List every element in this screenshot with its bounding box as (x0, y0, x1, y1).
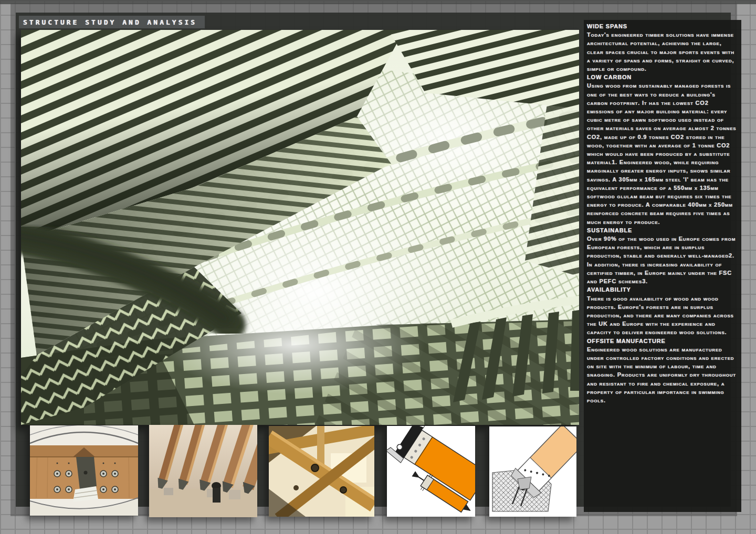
thumbnail-joint-detail-photo (30, 425, 138, 516)
section-heading-offsite-manufacture: OFFSITE MANUFACTURE (587, 337, 737, 345)
section-body-offsite-manufacture: Engineered wood solutions are manufactur… (587, 345, 737, 404)
gridshell-interior-illustration (21, 30, 579, 425)
section-heading-sustainable: SUSTAINABLE (587, 226, 737, 234)
section-body-wide-spans: Today's engineered timber solutions have… (587, 30, 737, 73)
thumbnail-truss-connection-photo (269, 426, 374, 517)
thumbnail-leaning-columns-photo (149, 425, 257, 517)
section-body-availability: There is good availability of wood and w… (587, 294, 737, 337)
section-heading-low-carbon: LOW CARBON (587, 73, 737, 81)
section-body-sustainable: Over 90% of the wood used in Europe come… (587, 234, 737, 285)
thumbnail-concrete-anchor-diagram (489, 426, 576, 517)
board-title-bar: STRUCTURE STUDY AND ANALYSIS (19, 16, 205, 28)
page-title: STRUCTURE STUDY AND ANALYSIS (23, 18, 197, 26)
section-body-low-carbon: Using wood from sustainably managed fore… (587, 81, 737, 226)
section-heading-wide-spans: WIDE SPANS (587, 22, 737, 30)
main-render-image (21, 30, 579, 425)
section-heading-availability: AVAILABILITY (587, 285, 737, 294)
thumbnail-beam-shoe-diagram (387, 426, 475, 517)
info-text-panel: WIDE SPANS Today's engineered timber sol… (584, 20, 741, 512)
